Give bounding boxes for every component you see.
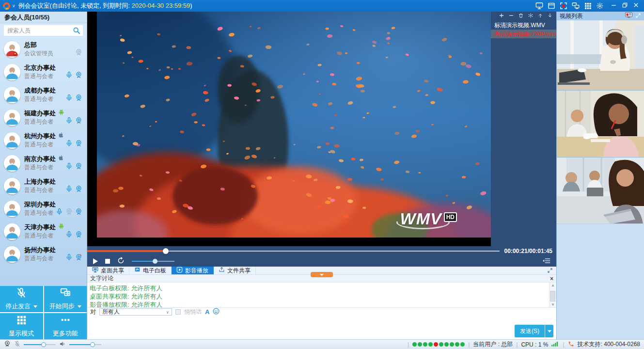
minimize-button[interactable] (611, 2, 617, 10)
chat-close-icon[interactable]: × (550, 276, 553, 282)
chat-scrollbar[interactable]: ▲ ▼ (549, 283, 556, 307)
speaker-volume-slider[interactable] (69, 342, 101, 348)
play-button[interactable] (93, 258, 98, 264)
display-mode-icon[interactable] (584, 2, 592, 10)
participant-row[interactable]: 杭州办事处普通与会者 (0, 129, 87, 152)
mic-icon[interactable] (56, 208, 63, 217)
app-logo-icon[interactable] (3, 2, 10, 10)
playlist-remove-icon[interactable] (508, 13, 514, 20)
mic-volume-slider[interactable] (24, 342, 56, 348)
replay-button[interactable] (117, 257, 125, 266)
video-thumbnail-woman-tablet[interactable] (557, 158, 644, 224)
mic-icon[interactable] (65, 117, 73, 126)
restore-button[interactable] (622, 2, 628, 10)
scroll-up-icon[interactable]: ▲ (551, 283, 555, 287)
speaker-volume-handle[interactable] (90, 342, 95, 347)
camera-icon[interactable] (75, 117, 82, 126)
scroll-down-icon[interactable]: ▼ (551, 302, 555, 307)
camera-icon[interactable] (75, 94, 82, 103)
volume-handle[interactable] (153, 259, 157, 264)
playlist-settings-icon[interactable] (528, 13, 534, 20)
playlist-item[interactable]: 高清演示视频-720P.wmv删除 (491, 30, 556, 38)
chat-collapse-handle[interactable] (311, 272, 333, 277)
search-icon[interactable] (73, 27, 80, 36)
video-thumbnail-meeting-room[interactable] (557, 91, 644, 158)
emoji-icon[interactable] (213, 308, 220, 316)
camera-icon[interactable] (75, 140, 82, 148)
camera-icon[interactable] (75, 185, 82, 194)
local-webcam-icon[interactable] (4, 340, 11, 349)
status-dot (412, 342, 417, 347)
window-buttons (611, 2, 641, 10)
mic-icon[interactable] (65, 231, 73, 239)
record-icon[interactable] (560, 2, 567, 10)
video-player[interactable]: WMV HD (87, 12, 491, 246)
screen-share-icon[interactable] (535, 2, 543, 10)
playlist-add-icon[interactable] (499, 13, 504, 20)
playlist-move-up-icon[interactable] (537, 13, 543, 20)
participant-row[interactable]: 北京办事处普通与会者 (0, 61, 87, 83)
scroll-thumb[interactable] (550, 291, 555, 301)
tab-whiteboard[interactable]: 电子白板 (129, 267, 172, 274)
close-button[interactable] (633, 2, 639, 10)
seek-handle[interactable] (163, 248, 169, 254)
participant-row[interactable]: 深圳办事处普通与会者 (0, 197, 87, 220)
tab-media-play[interactable]: 影音播放 (172, 267, 214, 274)
camera-icon[interactable] (75, 208, 82, 217)
action-button-grid[interactable]: 显示模式 (0, 313, 43, 339)
camera-gray-icon[interactable] (65, 208, 73, 217)
action-button-mic-off[interactable]: 停止发言 (0, 286, 43, 312)
participant-row[interactable]: 成都办事处普通与会者 (0, 83, 87, 106)
video-thumbnail-woman-headset[interactable] (557, 20, 644, 91)
mic-icon[interactable] (65, 71, 73, 80)
search-input[interactable] (4, 25, 83, 36)
broadcast-screen-icon[interactable] (625, 12, 632, 20)
mic-icon[interactable] (65, 254, 73, 262)
mic-muted-icon[interactable] (14, 341, 20, 349)
tab-label: 文件共享 (227, 267, 251, 275)
action-button-sync-screens[interactable]: 开始同步 (44, 286, 87, 312)
playlist-toggle-icon[interactable] (543, 257, 550, 266)
mic-icon[interactable] (65, 94, 73, 103)
action-button-label: 更多功能 (53, 329, 78, 338)
settings-icon[interactable] (596, 2, 604, 10)
app-menu-caret-icon[interactable]: ∨ (12, 3, 16, 8)
playlist-delete-icon[interactable] (518, 13, 524, 20)
tab-desktop-share[interactable]: 桌面共享 (87, 267, 129, 274)
participant-row[interactable]: 福建办事处普通与会者 (0, 106, 87, 129)
participant-row[interactable]: 总部会议管理员 (0, 38, 87, 61)
message-input[interactable]: 发送(S) (87, 316, 556, 339)
mic-icon[interactable] (65, 162, 73, 171)
action-button-more[interactable]: 更多功能 (44, 313, 87, 339)
playlist-move-down-icon[interactable] (547, 13, 553, 20)
send-options-caret[interactable] (545, 325, 553, 337)
mic-icon[interactable] (65, 140, 73, 148)
participant-row[interactable]: 扬州办事处普通与会者 (0, 243, 87, 266)
camera-gray-icon[interactable] (75, 48, 82, 57)
volume-slider[interactable] (132, 258, 174, 265)
participant-avatar (4, 155, 20, 172)
seek-bar[interactable] (87, 246, 500, 256)
mic-volume-handle[interactable] (41, 342, 46, 347)
font-tool-icon[interactable]: A (205, 308, 209, 316)
participant-row[interactable]: 南京办事处普通与会者 (0, 152, 87, 174)
camera-icon[interactable] (75, 231, 82, 239)
mic-icon[interactable] (65, 185, 73, 194)
participant-row[interactable]: 天津办事处普通与会者 (0, 220, 87, 243)
window-capture-icon[interactable] (548, 2, 555, 10)
speaker-icon[interactable] (59, 341, 66, 349)
camera-live-icon[interactable] (75, 254, 82, 262)
tab-file-share[interactable]: 文件共享 (214, 267, 256, 274)
camera-icon[interactable] (75, 71, 82, 80)
tab-fullscreen-icon[interactable] (547, 267, 556, 274)
whisper-checkbox[interactable] (175, 309, 181, 315)
participant-row[interactable]: 上海办事处普通与会者 (0, 174, 87, 197)
expand-panel-icon[interactable] (635, 13, 641, 20)
send-label[interactable]: 发送(S) (515, 325, 545, 337)
send-button[interactable]: 发送(S) (515, 325, 553, 337)
camera-icon[interactable] (75, 162, 82, 171)
stop-button[interactable] (105, 259, 110, 264)
recipient-select[interactable]: 所有人 ∨ (99, 308, 172, 316)
playlist-item[interactable]: 标清演示视频.WMV (491, 21, 556, 30)
network-share-icon[interactable] (572, 2, 580, 10)
